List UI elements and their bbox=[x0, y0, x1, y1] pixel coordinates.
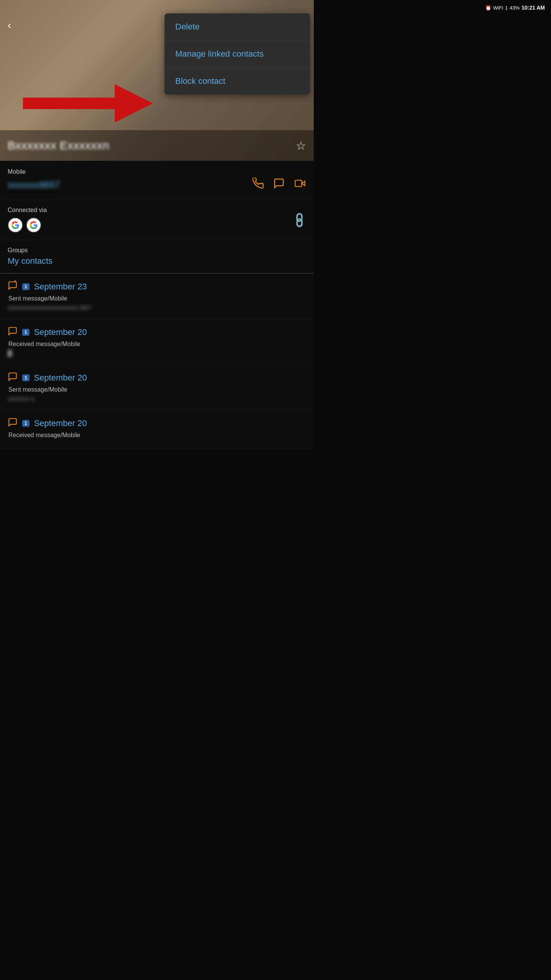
history-date-2: September 20 bbox=[34, 327, 87, 337]
date-badge-4: 1 bbox=[22, 420, 29, 427]
status-bar: ⏰ WiFi 1 43% 10:21 AM bbox=[0, 0, 314, 15]
history-item: 1 September 23 Sent message/Mobile xxxxx… bbox=[0, 274, 314, 319]
header-area: ‹ Delete Manage linked contacts Block co… bbox=[0, 0, 314, 161]
date-badge-2: 1 bbox=[22, 329, 29, 336]
history-preview-3: xxxxxxx a. bbox=[8, 395, 306, 402]
history-preview-1: xxxxxxxxxxxxxxxxxxxxxxx ble? bbox=[8, 304, 306, 311]
contact-action-icons bbox=[253, 178, 306, 192]
history-type-3: Sent message/Mobile bbox=[8, 386, 306, 393]
groups-value[interactable]: My contacts bbox=[8, 256, 306, 266]
history-item: 1 September 20 Received message/Mobile █ bbox=[0, 319, 314, 365]
history-type-4: Received message/Mobile bbox=[8, 432, 306, 439]
sent-message-icon bbox=[8, 281, 18, 293]
received-message-icon-2 bbox=[8, 417, 18, 430]
history-date-3: September 20 bbox=[34, 373, 87, 383]
connected-info: Connected via bbox=[8, 207, 47, 233]
history-type-2: Received message/Mobile bbox=[8, 341, 306, 348]
svg-marker-2 bbox=[302, 181, 305, 186]
svg-rect-3 bbox=[295, 180, 302, 186]
context-menu: Delete Manage linked contacts Block cont… bbox=[165, 13, 310, 95]
sent-message-icon-2 bbox=[8, 372, 18, 384]
connected-label: Connected via bbox=[8, 207, 47, 214]
history-date-4: September 20 bbox=[34, 418, 87, 428]
red-arrow-annotation bbox=[23, 84, 153, 124]
history-header-1: 1 September 23 bbox=[8, 281, 306, 293]
phone-row: xxxxxxx8657 bbox=[8, 178, 306, 192]
received-message-icon bbox=[8, 326, 18, 338]
back-icon: ‹ bbox=[8, 19, 11, 31]
google-account-icon-2 bbox=[26, 217, 41, 233]
google-accounts bbox=[8, 217, 47, 233]
link-icon[interactable]: 🔗 bbox=[290, 211, 308, 229]
contact-name-bar: Bxxxxxxx Exxxxxxn ☆ bbox=[0, 130, 314, 161]
svg-rect-0 bbox=[23, 98, 122, 109]
mobile-section: Mobile xxxxxxx8657 bbox=[0, 161, 314, 200]
contact-name: Bxxxxxxx Exxxxxxn bbox=[8, 139, 109, 152]
menu-item-block-contact[interactable]: Block contact bbox=[165, 68, 310, 95]
call-icon[interactable] bbox=[253, 178, 264, 192]
video-call-icon[interactable] bbox=[294, 178, 306, 191]
back-button[interactable]: ‹ bbox=[8, 19, 11, 31]
history-type-1: Sent message/Mobile bbox=[8, 295, 306, 302]
history-date-1: September 23 bbox=[34, 282, 87, 292]
history-preview-2: █ bbox=[8, 350, 306, 357]
groups-section: Groups My contacts bbox=[0, 240, 314, 273]
phone-number[interactable]: xxxxxxx8657 bbox=[8, 180, 60, 190]
menu-item-manage-linked[interactable]: Manage linked contacts bbox=[165, 41, 310, 68]
history-header-2: 1 September 20 bbox=[8, 326, 306, 338]
history-header-3: 1 September 20 bbox=[8, 372, 306, 384]
date-badge-1: 1 bbox=[22, 283, 29, 290]
history-item: 1 September 20 Sent message/Mobile xxxxx… bbox=[0, 365, 314, 410]
history-header-4: 1 September 20 bbox=[8, 417, 306, 430]
svg-marker-1 bbox=[115, 84, 153, 122]
menu-item-delete[interactable]: Delete bbox=[165, 13, 310, 41]
favorite-star-icon[interactable]: ☆ bbox=[296, 139, 306, 152]
date-badge-3: 1 bbox=[22, 374, 29, 381]
history-item: 1 September 20 Received message/Mobile bbox=[0, 410, 314, 449]
main-content: Mobile xxxxxxx8657 bbox=[0, 161, 314, 449]
connected-section: Connected via bbox=[0, 200, 314, 240]
google-account-icon-1 bbox=[8, 217, 23, 233]
groups-label: Groups bbox=[8, 247, 306, 254]
message-icon[interactable] bbox=[273, 178, 285, 192]
mobile-label: Mobile bbox=[8, 168, 306, 175]
